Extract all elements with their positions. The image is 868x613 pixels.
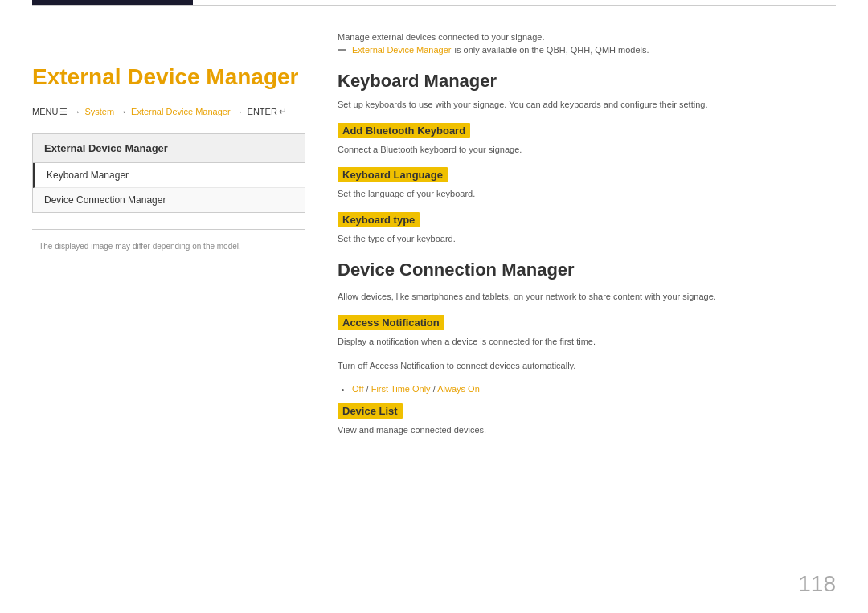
intro-note-rest: is only available on the QBH, QHH, QMH m… <box>455 45 649 55</box>
keyboard-manager-desc: Set up keyboards to use with your signag… <box>338 98 836 112</box>
intro-text: Manage external devices connected to you… <box>338 32 836 42</box>
intro-edm-link: External Device Manager <box>352 45 452 55</box>
access-notification-desc1: Display a notification when a device is … <box>338 335 836 349</box>
breadcrumb-menu: MENU <box>32 107 58 116</box>
left-divider <box>32 229 305 230</box>
nav-box: External Device Manager Keyboard Manager… <box>32 133 305 213</box>
top-divider-line <box>32 5 836 6</box>
keyboard-language-label[interactable]: Keyboard Language <box>338 167 448 182</box>
breadcrumb-arrow1: → <box>72 107 80 116</box>
keyboard-language-desc: Set the language of your keyboard. <box>338 187 836 201</box>
option-first-time: First Time Only <box>371 384 431 394</box>
access-notification-desc2: Turn off Access Notification to connect … <box>338 359 836 373</box>
add-bluetooth-keyboard-desc: Connect a Bluetooth keyboard to your sig… <box>338 143 836 157</box>
keyboard-type-label[interactable]: Keyboard type <box>338 212 420 227</box>
device-list-desc: View and manage connected devices. <box>338 423 836 437</box>
keyboard-type-desc: Set the type of your keyboard. <box>338 232 836 246</box>
breadcrumb-enter: ENTER <box>248 107 277 116</box>
access-notification-label[interactable]: Access Notification <box>338 315 444 330</box>
breadcrumb: MENU ☰ → System → External Device Manage… <box>32 106 305 117</box>
device-list-label[interactable]: Device List <box>338 403 403 419</box>
add-bluetooth-keyboard-label[interactable]: Add Bluetooth Keyboard <box>338 123 470 138</box>
device-connection-title: Device Connection Manager <box>338 260 836 280</box>
option-sep1: / <box>363 384 371 394</box>
breadcrumb-arrow3: → <box>235 107 244 116</box>
breadcrumb-enter-icon: ↵ <box>279 106 287 117</box>
nav-item-keyboard-manager[interactable]: Keyboard Manager <box>33 163 305 188</box>
nav-item-device-connection-manager[interactable]: Device Connection Manager <box>33 188 305 212</box>
page-title: External Device Manager <box>32 64 305 90</box>
page-number: 118 <box>798 571 836 597</box>
intro-dash <box>338 49 346 51</box>
option-sep2: / <box>431 384 438 394</box>
option-off: Off <box>352 384 363 394</box>
breadcrumb-system: System <box>84 107 114 116</box>
footnote: – The displayed image may differ dependi… <box>32 242 305 251</box>
intro-note: External Device Manager is only availabl… <box>338 45 836 55</box>
breadcrumb-edm: External Device Manager <box>131 107 231 116</box>
keyboard-manager-title: Keyboard Manager <box>338 71 836 92</box>
nav-box-title: External Device Manager <box>33 134 305 163</box>
options-list-item: Off / First Time Only / Always On <box>352 384 836 394</box>
left-panel: External Device Manager MENU ☰ → System … <box>32 24 305 581</box>
breadcrumb-arrow2: → <box>118 107 127 116</box>
access-notification-options: Off / First Time Only / Always On <box>338 384 836 394</box>
option-always-on: Always On <box>437 384 480 394</box>
breadcrumb-menu-icon: ☰ <box>59 107 68 117</box>
right-panel: Manage external devices connected to you… <box>338 24 836 581</box>
device-connection-desc: Allow devices, like smartphones and tabl… <box>338 290 836 304</box>
